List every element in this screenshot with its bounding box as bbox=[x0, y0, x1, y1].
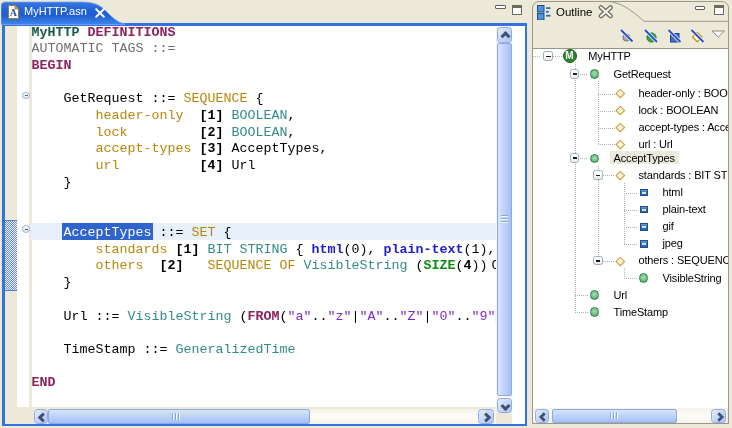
svg-text:A: A bbox=[10, 7, 18, 18]
